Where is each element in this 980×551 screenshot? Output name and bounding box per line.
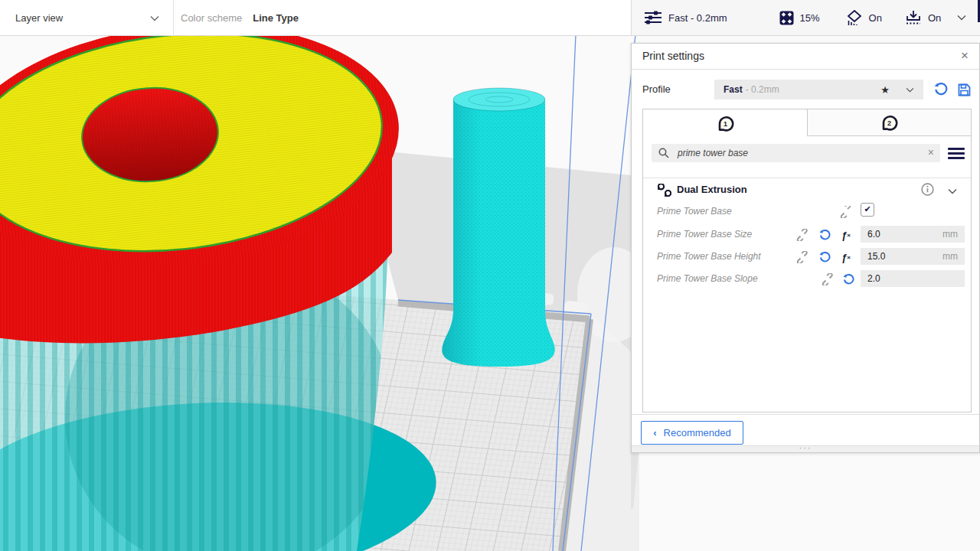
menu-icon[interactable]	[948, 145, 965, 161]
print-setup-summary[interactable]: Fast - 0.2mm 15% On	[631, 0, 980, 36]
tab-extruder-2[interactable]: 2	[807, 109, 972, 136]
view-mode-dropdown[interactable]: Layer view	[0, 0, 173, 35]
info-icon[interactable]	[921, 183, 934, 199]
profile-summary-text: Fast - 0.2mm	[668, 12, 727, 24]
support-summary-text: On	[869, 12, 882, 24]
infill-summary-text: 15%	[800, 12, 820, 24]
setting-row-prime-tower-base-size: Prime Tower Base Size ƒ× 6.0 mm	[643, 226, 971, 244]
recommended-button-label: Recommended	[664, 427, 731, 439]
extruder-1-icon: 1	[715, 113, 735, 133]
adhesion-summary-text: On	[928, 12, 941, 24]
revert-icon[interactable]	[817, 227, 832, 243]
field-value: 15.0	[867, 251, 885, 262]
adhesion-summary: On	[905, 10, 941, 26]
setting-row-prime-tower-base: Prime Tower Base ✔	[643, 203, 971, 221]
panel-resize-grip[interactable]: ···	[632, 445, 979, 452]
panel-title: Print settings	[642, 50, 704, 62]
setting-row-prime-tower-base-height: Prime Tower Base Height ƒ× 15.0 mm	[643, 248, 971, 266]
extruder-2-icon: 2	[879, 112, 899, 132]
field-value: 6.0	[867, 229, 880, 240]
search-value: prime tower base	[678, 148, 748, 158]
search-row: prime tower base ×	[643, 143, 971, 165]
profile-select[interactable]: Fast - 0.2mm ★	[714, 80, 923, 99]
print-settings-panel: Print settings × Profile Fast - 0.2mm ★	[631, 43, 980, 453]
link-icon	[838, 204, 853, 220]
chevron-down-icon	[150, 11, 159, 24]
search-icon	[658, 148, 669, 161]
chevron-down-icon[interactable]	[957, 15, 966, 21]
settings-content-box: 1 2 prime tower base ×	[642, 109, 972, 412]
setting-label: Prime Tower Base	[657, 206, 732, 217]
recommended-button[interactable]: ‹ Recommended	[641, 421, 743, 445]
setting-row-prime-tower-base-slope: Prime Tower Base Slope 2.0	[643, 270, 971, 289]
toolbar-divider	[173, 0, 174, 35]
chevron-down-icon	[906, 84, 914, 95]
section-title: Dual Extrusion	[677, 184, 747, 195]
color-scheme-label: Color scheme	[181, 12, 242, 24]
color-scheme-value[interactable]: Line Type	[253, 12, 299, 24]
view-mode-label: Layer view	[15, 12, 63, 24]
profile-row: Profile Fast - 0.2mm ★	[632, 70, 979, 109]
prime-tower	[442, 88, 554, 367]
close-icon[interactable]: ×	[958, 47, 972, 65]
divider	[632, 414, 979, 415]
tab-extruder-1[interactable]: 1	[643, 109, 807, 136]
svg-text:2: 2	[887, 119, 891, 127]
revert-icon[interactable]	[932, 80, 950, 99]
section-dual-extrusion[interactable]: Dual Extrusion	[643, 178, 971, 201]
revert-icon[interactable]	[841, 272, 856, 287]
input-prime-tower-base-slope[interactable]: 2.0	[861, 270, 965, 287]
support-summary: On	[846, 10, 882, 26]
save-icon[interactable]	[955, 80, 973, 99]
extruder-tabs: 1 2	[643, 109, 971, 136]
setting-label: Prime Tower Base Slope	[657, 273, 758, 284]
input-prime-tower-base-size[interactable]: 6.0 mm	[861, 226, 965, 243]
profile-label: Profile	[642, 83, 671, 95]
revert-icon[interactable]	[817, 249, 832, 265]
setting-label: Prime Tower Base Height	[657, 251, 761, 262]
svg-text:1: 1	[724, 119, 727, 127]
field-unit: mm	[942, 229, 958, 240]
input-prime-tower-base-height[interactable]: 15.0 mm	[861, 248, 965, 265]
checkbox-prime-tower-base[interactable]: ✔	[861, 203, 874, 217]
link-icon	[794, 227, 809, 243]
view-toolbar: Layer view Color scheme Line Type	[0, 0, 631, 36]
support-icon	[846, 10, 863, 26]
print-setup-sliders-icon	[644, 10, 662, 25]
link-icon	[794, 249, 809, 265]
adhesion-icon	[905, 10, 922, 26]
field-unit: mm	[942, 251, 958, 262]
profile-suffix: - 0.2mm	[746, 84, 779, 95]
field-value: 2.0	[867, 273, 880, 284]
dual-extrusion-icon	[657, 184, 672, 200]
chevron-down-icon[interactable]	[948, 184, 957, 197]
link-icon	[819, 272, 835, 287]
setting-label: Prime Tower Base Size	[657, 229, 752, 240]
clear-icon[interactable]: ×	[928, 146, 934, 158]
chevron-left-icon: ‹	[653, 427, 656, 439]
function-icon[interactable]: ƒ×	[838, 227, 854, 243]
profile-value: Fast	[724, 84, 743, 95]
panel-header: Print settings ×	[632, 44, 979, 70]
star-icon: ★	[880, 84, 890, 96]
function-icon[interactable]: ƒ×	[838, 249, 854, 265]
infill-icon	[779, 11, 794, 25]
infill-summary: 15%	[779, 11, 820, 25]
search-input[interactable]: prime tower base ×	[652, 144, 940, 162]
profile-summary: Fast - 0.2mm	[644, 10, 727, 25]
